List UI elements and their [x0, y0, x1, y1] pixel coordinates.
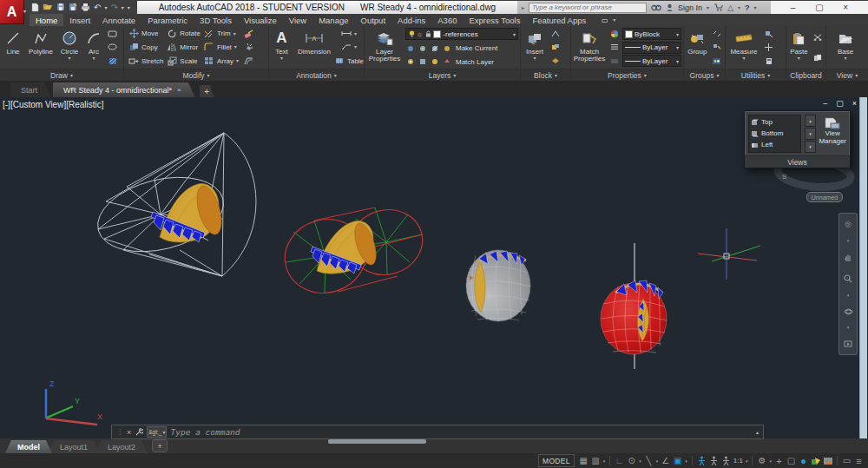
mirror-button[interactable]: Mirror [167, 41, 201, 54]
circle-button[interactable]: Circle ▾ [57, 27, 82, 68]
object-wireframe-shell[interactable] [90, 133, 256, 276]
layout-tab-model[interactable]: Model [5, 440, 52, 453]
layer-lock-icon[interactable] [424, 30, 431, 39]
minimize-button[interactable]: – [791, 3, 796, 12]
snap-caret-icon[interactable]: ▾ [603, 458, 606, 464]
copy-button[interactable]: Copy [128, 41, 163, 54]
panel-label-clipboard[interactable]: Clipboard [786, 69, 825, 81]
restore-button[interactable]: ▢ [815, 3, 823, 12]
showmotion-icon[interactable] [844, 340, 852, 348]
object-snap-caret-icon[interactable]: ▾ [685, 458, 687, 464]
layer-isolate-icon[interactable] [418, 43, 428, 53]
tab-add-ins[interactable]: Add-ins [391, 14, 431, 26]
visual-style-control[interactable]: [Realistic] [66, 100, 103, 109]
annotation-monitor-icon[interactable]: + [773, 455, 785, 466]
orbit-caret-icon[interactable]: ▾ [847, 326, 850, 330]
point-icon[interactable] [764, 43, 774, 52]
ribbon-display-caret-icon[interactable]: ▾ [613, 17, 615, 23]
line-button[interactable]: Line [2, 27, 24, 68]
text-button[interactable]: A Text ▾ [271, 27, 293, 68]
leader-icon[interactable] [341, 43, 352, 52]
model-space-button[interactable]: MODEL [538, 454, 575, 467]
ungroup-icon[interactable] [712, 29, 722, 38]
views-item-bottom[interactable]: Bottom [750, 128, 799, 139]
panel-label-block[interactable]: Block▾ [521, 69, 570, 81]
zoom-icon[interactable] [844, 274, 852, 283]
customize-icon[interactable]: ≡ [853, 455, 865, 466]
layer-dropdown-caret-icon[interactable]: ▾ [513, 31, 516, 37]
trim-button[interactable]: Trim ▾ [204, 27, 239, 40]
drawing-minimize-button[interactable]: – [823, 99, 827, 108]
annotation-scale-value[interactable]: 1:1 [733, 457, 743, 465]
measure-button[interactable]: Measure ▾ [727, 27, 760, 68]
undo-icon[interactable]: ↶ [94, 2, 101, 12]
sign-in-label[interactable]: Sign In [678, 3, 702, 12]
move-button[interactable]: Move [128, 27, 163, 40]
new-drawing-tab-button[interactable]: + [200, 85, 214, 97]
autocad-logo[interactable]: A [0, 0, 24, 24]
make-current-button[interactable]: Make Current [456, 44, 497, 52]
erase-icon[interactable] [244, 29, 254, 38]
panel-label-layers[interactable]: Layers▾ [365, 69, 520, 81]
views-scroll-up-icon[interactable]: ▴ [805, 115, 816, 127]
steering-wheel-caret-icon[interactable]: ▾ [847, 239, 850, 243]
tab-view[interactable]: View [283, 14, 312, 26]
polyline-button[interactable]: Polyline [26, 27, 56, 68]
app-store-cart-icon[interactable] [713, 3, 723, 11]
tab-annotate[interactable]: Annotate [96, 14, 141, 26]
fillet-button[interactable]: Fillet ▾ [204, 41, 239, 54]
application-menu-caret-icon[interactable]: ▾ [23, 8, 26, 14]
command-bar-close-icon[interactable]: × [127, 428, 131, 437]
layer-freeze-icon[interactable] [430, 43, 440, 53]
search-binoculars-icon[interactable] [651, 3, 661, 11]
paste-button[interactable]: Paste ▾ [788, 27, 810, 68]
a360-icon[interactable]: △ [727, 3, 733, 12]
match-layer-button[interactable]: Match Layer [456, 58, 494, 66]
quick-properties-icon[interactable]: ▢ [786, 455, 797, 466]
undo-caret-icon[interactable]: ▾ [104, 4, 107, 10]
object-grey-ball[interactable] [466, 250, 530, 321]
ribbon-display-icon[interactable]: ▭ [599, 15, 610, 26]
create-block-icon[interactable] [550, 43, 561, 52]
tab-output[interactable]: Output [355, 14, 392, 26]
command-input[interactable]: Type a command [170, 427, 753, 437]
lineweight-dropdown[interactable]: ByLayer ▾ [622, 42, 681, 54]
array-caret-icon[interactable]: ▾ [236, 58, 239, 63]
layout-tab-layout1[interactable]: Layout1 [48, 440, 100, 453]
block-editor-icon[interactable] [550, 56, 561, 66]
measure-caret-icon[interactable]: ▾ [742, 56, 745, 61]
layer-color-swatch[interactable] [433, 30, 441, 38]
new-file-icon[interactable] [31, 2, 39, 12]
tab-manage[interactable]: Manage [312, 14, 354, 26]
copy-clip-icon[interactable] [812, 53, 823, 63]
views-item-top[interactable]: Top [750, 116, 799, 128]
stretch-button[interactable]: Stretch [128, 55, 163, 68]
rotate-button[interactable]: Rotate [167, 27, 201, 40]
tab-visualize[interactable]: Visualize [238, 14, 283, 26]
open-file-icon[interactable] [43, 2, 53, 12]
text-caret-icon[interactable]: ▾ [280, 56, 283, 61]
pan-icon[interactable] [844, 253, 852, 262]
save-as-icon[interactable] [69, 2, 77, 12]
arc-caret-icon[interactable]: ▾ [92, 56, 95, 61]
circle-caret-icon[interactable]: ▾ [68, 56, 70, 61]
graphics-performance-icon[interactable] [810, 455, 821, 466]
views-scroll-down-icon[interactable]: ▾ [805, 128, 816, 140]
zoom-caret-icon[interactable]: ▾ [847, 293, 850, 298]
insert-button[interactable]: Insert ▾ [523, 27, 547, 68]
linetype-dropdown[interactable]: ByLayer ▾ [622, 55, 681, 67]
snap-mode-icon[interactable]: ▥ [590, 455, 602, 466]
views-item-left[interactable]: Left [750, 139, 799, 150]
layer-match-icon[interactable] [442, 57, 452, 67]
layer-dropdown[interactable]: ☼ -references ▾ [405, 28, 518, 40]
command-bar-grip[interactable]: ⋮ [116, 429, 123, 436]
panel-label-modify[interactable]: Modify▾ [124, 69, 268, 81]
layer-off-icon[interactable] [405, 43, 416, 53]
panel-label-utilities[interactable]: Utilities▾ [726, 69, 786, 81]
annotation-scale-caret-icon[interactable]: ▾ [746, 458, 748, 464]
panel-label-draw[interactable]: Draw▾ [0, 69, 123, 81]
help-icon[interactable]: ? [745, 3, 750, 12]
model-viewport[interactable]: S E [0, 97, 868, 439]
rectangle-icon[interactable] [108, 29, 118, 38]
annotation-visibility-icon[interactable] [696, 455, 707, 466]
